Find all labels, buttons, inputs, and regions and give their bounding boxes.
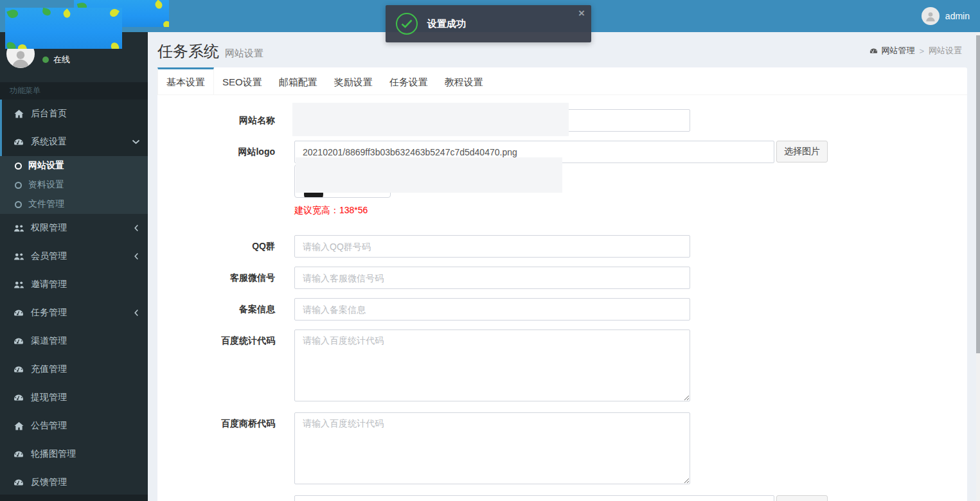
sidebar-item-label: 会员管理 (31, 251, 67, 262)
sidebar-item-recharge[interactable]: 充值管理 (0, 355, 148, 383)
toast-message: 设置成功 (427, 18, 466, 30)
sidebar-item-label: 反馈管理 (31, 477, 67, 488)
baidu-bridge-textarea[interactable] (294, 412, 690, 484)
sidebar-item-tasks[interactable]: 任务管理 (0, 299, 148, 327)
form-row-site-logo: 网站logo 选择图片 建议宽高：138*56 (157, 141, 967, 216)
sidebar-item-label: 任务管理 (31, 307, 67, 319)
online-dot-icon (42, 57, 49, 63)
pick-poster-image-button[interactable]: 选择图片 (776, 495, 828, 501)
redaction-overlay-blue (5, 8, 122, 49)
icp-input[interactable] (294, 298, 690, 321)
form-row-icp: 备案信息 (157, 298, 967, 321)
baidu-bridge-label: 百度商桥代码 (157, 412, 275, 486)
tab-tutorial-settings[interactable]: 教程设置 (436, 67, 492, 94)
tab-email-config[interactable]: 邮箱配置 (271, 67, 326, 94)
sidebar-item-feedback[interactable]: 反馈管理 (0, 468, 148, 497)
breadcrumb-current: 网站设置 (929, 45, 962, 57)
dashboard-icon (869, 48, 878, 55)
dashboard-icon (12, 450, 26, 459)
form-row-baidu-bridge: 百度商桥代码 (157, 412, 967, 486)
sidebar-item-label: 后台首页 (31, 108, 67, 119)
pick-logo-image-button[interactable]: 选择图片 (776, 141, 828, 163)
chevron-left-icon (134, 225, 139, 232)
sidebar-item-home[interactable]: 后台首页 (0, 100, 148, 128)
online-status-label: 在线 (53, 54, 70, 66)
sidebar-item-label: 公告管理 (31, 420, 67, 432)
home-icon (12, 421, 26, 431)
basic-settings-form: 网站名称 网站logo 选择图片 建议宽高：138*56 QQ群 (157, 95, 967, 501)
submenu-item-label: 资料设置 (28, 179, 64, 191)
circle-o-icon (15, 182, 22, 189)
sidebar-item-label: 系统设置 (31, 136, 67, 148)
toast-notification: 设置成功 × (386, 5, 591, 42)
site-name-label: 网站名称 (157, 109, 275, 132)
sidebar-item-announcements[interactable]: 公告管理 (0, 412, 148, 440)
chevron-left-icon (134, 253, 139, 260)
poster-bg-label: 海报背景图 (157, 495, 275, 501)
form-row-baidu-stats: 百度统计代码 (157, 330, 967, 403)
username-label: admin (945, 11, 970, 21)
scrollbar-thumb[interactable] (976, 35, 980, 353)
user-menu[interactable]: admin (922, 0, 970, 32)
tab-task-settings[interactable]: 任务设置 (381, 67, 436, 94)
sidebar-subitem-site-settings[interactable]: 网站设置 (0, 156, 148, 175)
redaction-overlay-gray (292, 103, 569, 136)
circle-o-icon (15, 163, 22, 170)
system-settings-submenu: 网站设置 资料设置 文件管理 (0, 156, 148, 214)
site-logo-label: 网站logo (157, 141, 275, 216)
sidebar-subitem-profile-settings[interactable]: 资料设置 (0, 175, 148, 195)
dashboard-icon (12, 365, 26, 374)
icp-label: 备案信息 (157, 298, 275, 321)
sidebar-subitem-file-management[interactable]: 文件管理 (0, 195, 148, 214)
sidebar-item-withdrawals[interactable]: 提现管理 (0, 383, 148, 412)
page-scrollbar[interactable] (976, 32, 980, 501)
sidebar-bottom-strip (0, 495, 148, 501)
dashboard-icon (12, 309, 26, 317)
submenu-item-label: 网站设置 (28, 160, 64, 171)
sidebar-item-invitations[interactable]: 邀请管理 (0, 270, 148, 299)
toast-close-icon[interactable]: × (578, 8, 585, 19)
redaction-overlay-gray (296, 157, 562, 193)
tab-seo-settings[interactable]: SEO设置 (214, 67, 271, 94)
sidebar-item-label: 权限管理 (31, 222, 67, 234)
form-row-qq-group: QQ群 (157, 235, 967, 258)
chevron-left-icon (134, 310, 139, 317)
home-icon (12, 109, 26, 119)
tab-basic-settings[interactable]: 基本设置 (157, 67, 214, 94)
qq-group-label: QQ群 (157, 235, 275, 258)
page-subtitle: 网站设置 (225, 48, 263, 60)
sidebar-item-members[interactable]: 会员管理 (0, 242, 148, 270)
sidebar-item-channels[interactable]: 渠道管理 (0, 327, 148, 355)
wechat-input[interactable] (294, 267, 690, 289)
sidebar: 在线 功能菜单 后台首页 系统设置 网站设置 (0, 32, 148, 501)
breadcrumb-parent[interactable]: 网站管理 (869, 45, 914, 57)
tab-reward-settings[interactable]: 奖励设置 (326, 67, 381, 94)
form-row-poster-bg: 海报背景图 选择图片 (157, 495, 967, 501)
success-check-icon (396, 13, 418, 35)
qq-group-input[interactable] (294, 235, 690, 258)
chevron-down-icon (133, 138, 139, 146)
breadcrumb: 网站管理 > 网站设置 (869, 45, 962, 57)
sidebar-item-system-settings[interactable]: 系统设置 (0, 128, 148, 156)
sidebar-item-label: 充值管理 (31, 364, 67, 375)
tab-bar: 基本设置 SEO设置 邮箱配置 奖励设置 任务设置 教程设置 (157, 67, 967, 95)
sidebar-item-carousel[interactable]: 轮播图管理 (0, 440, 148, 468)
submenu-item-label: 文件管理 (28, 198, 64, 210)
menu-section-label: 功能菜单 (0, 82, 148, 100)
users-icon (12, 281, 26, 289)
poster-bg-input[interactable] (294, 495, 774, 501)
user-avatar-icon (922, 7, 940, 25)
sidebar-menu: 后台首页 系统设置 网站设置 资料设置 文件管理 (0, 100, 148, 497)
breadcrumb-parent-label: 网站管理 (881, 45, 914, 57)
dashboard-icon (12, 138, 26, 146)
wechat-label: 客服微信号 (157, 267, 275, 289)
sidebar-item-permissions[interactable]: 权限管理 (0, 214, 148, 242)
sidebar-item-label: 提现管理 (31, 392, 67, 403)
users-icon (12, 252, 26, 261)
dashboard-icon (12, 337, 26, 346)
sidebar-item-label: 轮播图管理 (31, 448, 76, 460)
page-title: 任务系统 (157, 41, 219, 62)
baidu-stats-label: 百度统计代码 (157, 330, 275, 403)
baidu-stats-textarea[interactable] (294, 330, 690, 401)
form-row-wechat: 客服微信号 (157, 267, 967, 289)
